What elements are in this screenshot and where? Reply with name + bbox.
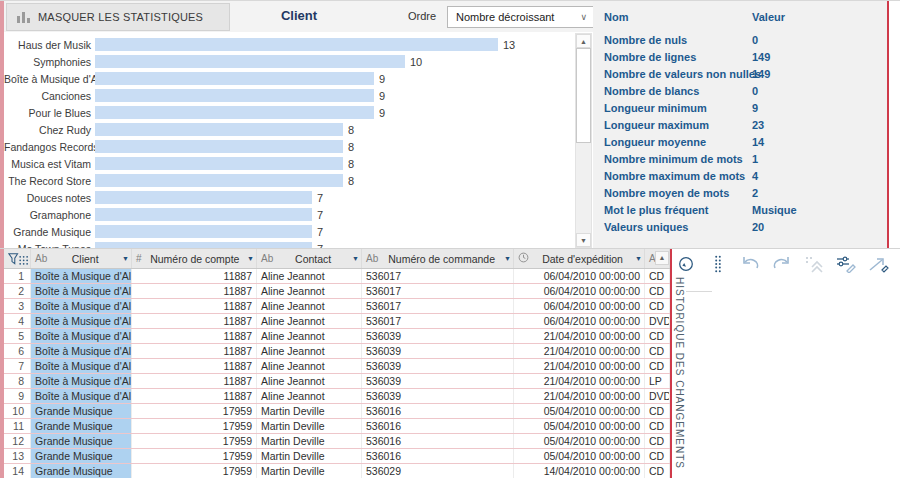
derive-arrow-icon[interactable] [866,254,890,274]
cell-order-number[interactable]: 536039 [362,374,514,388]
cell-client[interactable]: Grande Musique [31,419,132,433]
table-row[interactable]: 12Grande Musique17959Martin Deville53601… [4,434,670,449]
cell-row-number[interactable]: 1 [4,269,31,283]
cell-row-number[interactable]: 11 [4,419,31,433]
cell-client[interactable]: Grande Musique [31,449,132,463]
cell-contact[interactable]: Aline Jeannot [257,359,362,373]
drag-handle-icon[interactable] [706,254,730,274]
bar-row[interactable]: Symphonies10 [4,53,575,70]
table-row[interactable]: 10Grande Musique17959Martin Deville53601… [4,404,670,419]
cell-row-number[interactable]: 13 [4,449,31,463]
cell-account-number[interactable]: 11887 [132,284,257,298]
cell-row-number[interactable]: 7 [4,359,31,373]
bar-fill[interactable] [95,191,312,204]
pin-history-icon[interactable] [674,254,698,274]
cell-row-number[interactable]: 14 [4,464,31,478]
cell-row-number[interactable]: 3 [4,299,31,313]
cell-contact[interactable]: Aline Jeannot [257,374,362,388]
cell-account-number[interactable]: 11887 [132,299,257,313]
cell-account-number[interactable]: 11887 [132,389,257,403]
bar-fill[interactable] [95,55,405,68]
filter-dropdown-icon[interactable]: ▼ [352,255,359,262]
cell-contact[interactable]: Aline Jeannot [257,299,362,313]
bar-fill[interactable] [95,72,374,85]
bar-fill[interactable] [95,106,374,119]
cell-order-number[interactable]: 536029 [362,464,514,478]
filter-table-icon[interactable] [4,249,31,268]
cell-client[interactable]: Boîte à Musique d'Aline [31,389,132,403]
cell-client[interactable]: Boîte à Musique d'Aline [31,344,132,358]
chart-scrollbar[interactable]: ▲ ▼ [575,33,592,248]
cell-account-number[interactable]: 17959 [132,404,257,418]
scroll-up-icon[interactable]: ▲ [576,34,591,48]
bar-fill[interactable] [95,157,343,170]
table-row[interactable]: 1Boîte à Musique d'Aline11887Aline Jeann… [4,269,670,284]
cell-ship-date[interactable]: 05/04/2010 00:00:00 [514,434,645,448]
bar-row[interactable]: Musica est Vitam8 [4,155,575,172]
cell-contact[interactable]: Martin Deville [257,419,362,433]
cell-ship-date[interactable]: 21/04/2010 00:00:00 [514,389,645,403]
cell-contact[interactable]: Martin Deville [257,434,362,448]
cell-account-number[interactable]: 11887 [132,329,257,343]
cell-ship-date[interactable]: 21/04/2010 00:00:00 [514,359,645,373]
table-row[interactable]: 2Boîte à Musique d'Aline11887Aline Jeann… [4,284,670,299]
cell-ship-date[interactable]: 05/04/2010 00:00:00 [514,419,645,433]
cell-row-number[interactable]: 10 [4,404,31,418]
cell-client[interactable]: Boîte à Musique d'Aline [31,374,132,388]
cell-type[interactable]: CD [645,284,670,298]
cell-order-number[interactable]: 536017 [362,299,514,313]
edit-transform-icon[interactable] [834,254,858,274]
cell-ship-date[interactable]: 21/04/2010 00:00:00 [514,329,645,343]
cell-account-number[interactable]: 17959 [132,434,257,448]
table-row[interactable]: 6Boîte à Musique d'Aline11887Aline Jeann… [4,344,670,359]
bar-fill[interactable] [95,225,312,238]
cell-type[interactable]: CD [645,449,670,463]
cell-contact[interactable]: Martin Deville [257,449,362,463]
filter-dropdown-icon[interactable]: ▼ [635,255,642,262]
cell-client[interactable]: Boîte à Musique d'Aline [31,299,132,313]
bar-fill[interactable] [95,140,343,153]
cell-type[interactable]: CD [645,419,670,433]
cell-contact[interactable]: Aline Jeannot [257,344,362,358]
bar-fill[interactable] [95,174,343,187]
cell-client[interactable]: Boîte à Musique d'Aline [31,359,132,373]
cell-account-number[interactable]: 17959 [132,449,257,463]
cell-account-number[interactable]: 17959 [132,419,257,433]
column-header-date-d-exp-dition[interactable]: Date d'expédition▼ [514,249,645,268]
bar-row[interactable]: Canciones9 [4,87,575,104]
cell-order-number[interactable]: 536039 [362,359,514,373]
bar-row[interactable]: Boîte à Musique d'Aline9 [4,70,575,87]
cell-order-number[interactable]: 536017 [362,284,514,298]
order-dropdown[interactable]: Nombre décroissant ∨ [447,6,596,28]
cell-ship-date[interactable]: 21/04/2010 00:00:00 [514,374,645,388]
filter-dropdown-icon[interactable]: ▼ [247,255,254,262]
table-row[interactable]: 7Boîte à Musique d'Aline11887Aline Jeann… [4,359,670,374]
column-header-num-ro-de-compte[interactable]: #Numéro de compte▼ [132,249,257,268]
cell-ship-date[interactable]: 14/04/2010 00:00:00 [514,464,645,478]
undo-icon[interactable] [738,254,762,274]
cell-contact[interactable]: Aline Jeannot [257,284,362,298]
cell-row-number[interactable]: 5 [4,329,31,343]
bar-row[interactable]: Haus der Musik13 [4,36,575,53]
cell-contact[interactable]: Aline Jeannot [257,389,362,403]
cell-type[interactable]: DVD [645,314,670,328]
cell-type[interactable]: CD [645,359,670,373]
hide-statistics-button[interactable]: MASQUER LES STATISTIQUES [6,3,230,31]
cell-contact[interactable]: Aline Jeannot [257,314,362,328]
cell-contact[interactable]: Martin Deville [257,404,362,418]
cell-row-number[interactable]: 9 [4,389,31,403]
cell-client[interactable]: Grande Musique [31,464,132,478]
cell-order-number[interactable]: 536016 [362,419,514,433]
cell-order-number[interactable]: 536017 [362,269,514,283]
cell-order-number[interactable]: 536039 [362,329,514,343]
cell-account-number[interactable]: 11887 [132,269,257,283]
table-row[interactable]: 3Boîte à Musique d'Aline11887Aline Jeann… [4,299,670,314]
bar-row[interactable]: Grande Musique7 [4,223,575,240]
table-row[interactable]: 11Grande Musique17959Martin Deville53601… [4,419,670,434]
bar-row[interactable]: Douces notes7 [4,189,575,206]
cell-ship-date[interactable]: 06/04/2010 00:00:00 [514,299,645,313]
filter-dropdown-icon[interactable]: ▼ [122,255,129,262]
bar-row[interactable]: Mo Town Tunes7 [4,240,575,248]
cell-account-number[interactable]: 17959 [132,464,257,478]
cell-type[interactable]: CD [645,269,670,283]
